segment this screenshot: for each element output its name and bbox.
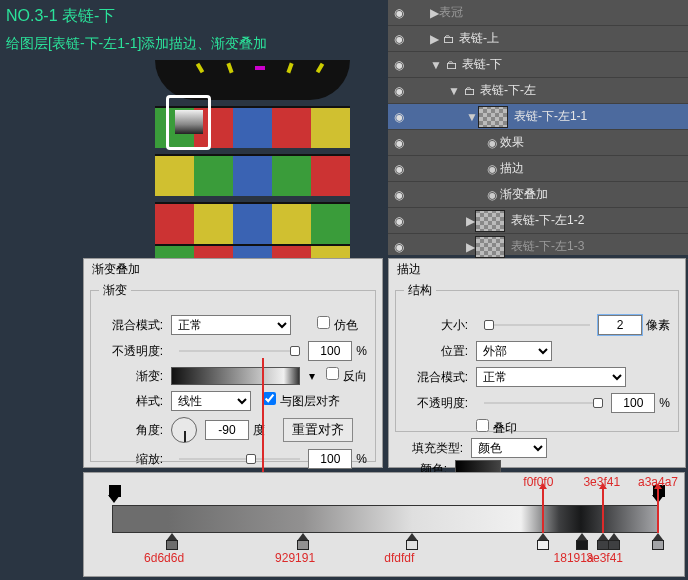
position-select[interactable]: 外部 xyxy=(476,341,552,361)
layer-row[interactable]: ◉▶表链-下-左1-2 xyxy=(388,208,688,234)
layer-row[interactable]: ◉▶表冠 xyxy=(388,0,688,26)
align-checkbox[interactable]: 与图层对齐 xyxy=(263,392,340,410)
layer-thumb xyxy=(478,106,508,128)
layer-row[interactable]: ◉▶表链-下-左1-3 xyxy=(388,234,688,260)
size-label: 大小: xyxy=(404,317,468,334)
fold-icon[interactable]: ▼ xyxy=(448,84,460,98)
fold-icon[interactable]: ▶ xyxy=(430,6,439,20)
layer-name: 描边 xyxy=(500,160,524,177)
visibility-icon[interactable]: ◉ xyxy=(388,84,410,98)
opacity-unit: % xyxy=(659,396,670,410)
stop-hex-label: 3e3f41 xyxy=(586,551,623,565)
step-subtitle: 给图层[表链-下-左1-1]添加描边、渐变叠加 xyxy=(6,35,267,53)
opacity-input[interactable] xyxy=(611,393,655,413)
angle-dial[interactable] xyxy=(171,417,197,443)
annotation-arrow xyxy=(262,358,264,488)
watch-illustration xyxy=(155,60,350,250)
color-stop[interactable] xyxy=(166,533,178,547)
scale-input[interactable] xyxy=(308,449,352,469)
layer-name: 表链-下-左1-3 xyxy=(511,238,584,255)
visibility-icon[interactable]: ◉ xyxy=(388,162,410,176)
layer-name: 表链-上 xyxy=(459,30,499,47)
gradient-preview[interactable] xyxy=(171,367,300,385)
size-input[interactable] xyxy=(598,315,642,335)
fill-type-label: 填充类型: xyxy=(399,440,463,457)
blend-mode-label: 混合模式: xyxy=(404,369,468,386)
stop-hex-label: 3e3f41 xyxy=(583,475,620,489)
layer-name: 表链-下-左1-1 xyxy=(514,108,587,125)
opacity-input[interactable] xyxy=(308,341,352,361)
visibility-icon[interactable]: ◉ xyxy=(388,188,410,202)
visibility-icon[interactable]: ◉ xyxy=(388,214,410,228)
scale-unit: % xyxy=(356,452,367,466)
gradient-legend: 渐变 xyxy=(99,282,131,299)
size-slider[interactable] xyxy=(484,317,590,333)
stroke-panel: 描边 结构 大小: 像素 位置: 外部 混合模式: 正常 不透明度: % 叠印 … xyxy=(388,258,686,468)
scale-slider[interactable] xyxy=(179,451,300,467)
fold-icon[interactable]: ▼ xyxy=(466,110,478,124)
opacity-slider[interactable] xyxy=(484,395,603,411)
layers-panel: ◉▶表冠◉▶🗀表链-上◉▼🗀表链-下◉▼🗀表链-下-左◉▼表链-下-左1-1◉◉… xyxy=(388,0,688,255)
dither-checkbox[interactable]: 仿色 xyxy=(317,316,358,334)
layer-row[interactable]: ◉▶🗀表链-上 xyxy=(388,26,688,52)
color-stop[interactable] xyxy=(406,533,418,547)
color-stop[interactable] xyxy=(652,533,664,547)
layer-row[interactable]: ◉◉描边 xyxy=(388,156,688,182)
reset-align-button[interactable]: 重置对齐 xyxy=(283,418,353,442)
layer-name: 表链-下 xyxy=(462,56,502,73)
visibility-icon[interactable]: ◉ xyxy=(388,32,410,46)
effect-icon: ◉ xyxy=(484,188,500,202)
effect-icon: ◉ xyxy=(484,136,500,150)
angle-label: 角度: xyxy=(99,422,163,439)
effect-icon: ◉ xyxy=(484,162,500,176)
color-stop[interactable] xyxy=(576,533,588,547)
layer-name: 渐变叠加 xyxy=(500,186,548,203)
layer-name: 表链-下-左1-2 xyxy=(511,212,584,229)
color-stop[interactable] xyxy=(608,533,620,547)
visibility-icon[interactable]: ◉ xyxy=(388,58,410,72)
visibility-icon[interactable]: ◉ xyxy=(388,240,410,254)
fold-icon[interactable]: ▶ xyxy=(430,32,439,46)
color-stop[interactable] xyxy=(537,533,549,547)
color-stop[interactable] xyxy=(297,533,309,547)
opacity-label: 不透明度: xyxy=(404,395,468,412)
visibility-icon[interactable]: ◉ xyxy=(388,136,410,150)
layer-row[interactable]: ◉▼🗀表链-下 xyxy=(388,52,688,78)
gradient-editor: 6d6d6d929191dfdfdff0f0f018191a3e3f413e3f… xyxy=(83,472,685,577)
blend-mode-select[interactable]: 正常 xyxy=(171,315,291,335)
opacity-stop[interactable] xyxy=(108,495,120,505)
layer-row[interactable]: ◉◉渐变叠加 xyxy=(388,182,688,208)
gradient-overlay-panel: 渐变叠加 渐变 混合模式: 正常 仿色 不透明度: % 渐变: ▾ 反向 样式:… xyxy=(83,258,383,468)
panel-title: 描边 xyxy=(397,261,685,278)
folder-icon: 🗀 xyxy=(443,32,455,46)
visibility-icon[interactable]: ◉ xyxy=(388,110,410,124)
layer-row[interactable]: ◉◉效果 xyxy=(388,130,688,156)
gradient-strip[interactable] xyxy=(112,505,658,533)
gradient-label: 渐变: xyxy=(99,368,163,385)
reverse-checkbox[interactable]: 反向 xyxy=(326,367,367,385)
layer-thumb xyxy=(475,236,505,258)
fold-icon[interactable]: ▶ xyxy=(466,240,475,254)
visibility-icon[interactable]: ◉ xyxy=(388,6,410,20)
blend-mode-select[interactable]: 正常 xyxy=(476,367,626,387)
panel-title: 渐变叠加 xyxy=(92,261,382,278)
layer-row[interactable]: ◉▼表链-下-左1-1 xyxy=(388,104,688,130)
stop-hex-label: 929191 xyxy=(275,551,315,565)
step-title: NO.3-1 表链-下 xyxy=(6,6,267,27)
layer-thumb xyxy=(475,210,505,232)
fold-icon[interactable]: ▶ xyxy=(466,214,475,228)
fill-type-select[interactable]: 颜色 xyxy=(471,438,547,458)
angle-input[interactable] xyxy=(205,420,249,440)
layer-name: 表冠 xyxy=(439,4,463,21)
fold-icon[interactable]: ▼ xyxy=(430,58,442,72)
selection-highlight xyxy=(166,95,211,150)
layer-row[interactable]: ◉▼🗀表链-下-左 xyxy=(388,78,688,104)
opacity-unit: % xyxy=(356,344,367,358)
opacity-label: 不透明度: xyxy=(99,343,163,360)
overprint-checkbox[interactable]: 叠印 xyxy=(476,419,517,437)
style-label: 样式: xyxy=(99,393,163,410)
opacity-slider[interactable] xyxy=(179,343,300,359)
size-unit: 像素 xyxy=(646,317,670,334)
stop-hex-label: f0f0f0 xyxy=(523,475,553,489)
style-select[interactable]: 线性 xyxy=(171,391,251,411)
